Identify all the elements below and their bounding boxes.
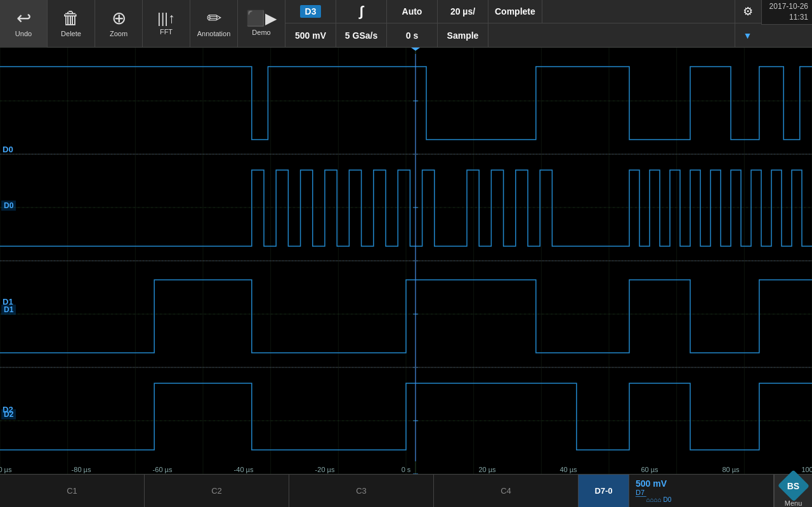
c1-label: C1 bbox=[67, 486, 77, 496]
samplerate: 5 GSa/s bbox=[345, 30, 377, 41]
trigger-down-icon: ▼ bbox=[743, 30, 752, 41]
undo-icon: ↩ bbox=[16, 10, 31, 27]
bs-logo: BS bbox=[777, 470, 809, 501]
delete-icon: 🗑 bbox=[62, 10, 80, 27]
c3-label: C3 bbox=[356, 486, 367, 496]
channel-d1-label: D1 bbox=[1, 305, 16, 315]
fft-label: FFT bbox=[160, 28, 173, 36]
trigger-mode: Auto bbox=[402, 6, 422, 16]
zoom-label: Zoom bbox=[110, 30, 128, 37]
datetime-display: 2017-10-26 11:31 bbox=[761, 0, 812, 25]
demo-button[interactable]: ⬛▶ Demo bbox=[238, 0, 285, 48]
toolbar: ↩ Undo 🗑 Delete ⊕ Zoom |||↑ FFT ✏ Annota… bbox=[0, 0, 812, 48]
annotation-icon: ✏ bbox=[207, 10, 221, 27]
d7-desc: D7 bbox=[636, 489, 767, 496]
fft-button[interactable]: |||↑ FFT bbox=[143, 0, 190, 48]
c4-tab[interactable]: C4 bbox=[434, 475, 579, 507]
c3-tab[interactable]: C3 bbox=[289, 475, 434, 507]
acq-mode-cell[interactable]: Sample bbox=[438, 23, 488, 48]
channel-d0-label: D0 bbox=[1, 201, 16, 211]
integral-cell[interactable]: ∫ bbox=[336, 0, 387, 23]
time: 11:31 bbox=[789, 13, 808, 22]
c2-tab[interactable]: C2 bbox=[145, 475, 289, 507]
delete-label: Delete bbox=[61, 30, 81, 37]
acq-status: Complete bbox=[495, 6, 535, 16]
status-cell: Complete bbox=[488, 0, 542, 23]
zoom-button[interactable]: ⊕ Zoom bbox=[95, 0, 143, 48]
trigger-arrow-button[interactable]: ▼ bbox=[735, 23, 760, 48]
d7-0-label: D7-0 bbox=[594, 486, 612, 496]
channel-badge-cell[interactable]: D3 bbox=[285, 0, 336, 23]
trigger-mode-cell[interactable]: Auto bbox=[387, 0, 438, 23]
integral-icon: ∫ bbox=[359, 3, 363, 20]
demo-icon: ⬛▶ bbox=[246, 11, 277, 26]
fft-icon: |||↑ bbox=[157, 11, 175, 25]
timebase: 20 µs/ bbox=[450, 6, 475, 16]
c1-tab[interactable]: C1 bbox=[0, 475, 145, 507]
d7-0-tab[interactable]: D7-0 bbox=[579, 475, 629, 507]
delete-button[interactable]: 🗑 Delete bbox=[48, 0, 95, 48]
demo-label: Demo bbox=[252, 29, 270, 36]
status-bar: C1 C2 C3 C4 D7-0 500 mV D7 ‾‾‾‾‾⌂⌂⌂⌂ D0 … bbox=[0, 474, 812, 507]
voltage-cell[interactable]: 500 mV bbox=[285, 23, 336, 48]
c2-label: C2 bbox=[211, 486, 222, 496]
voltage: 500 mV bbox=[295, 30, 326, 41]
gear-icon: ⚙ bbox=[743, 4, 753, 18]
voltage-info: 500 mV D7 ‾‾‾‾‾⌂⌂⌂⌂ D0 bbox=[629, 475, 774, 507]
acq-mode: Sample bbox=[447, 30, 479, 41]
menu-button[interactable]: BS Menu bbox=[774, 475, 812, 507]
d7-pattern: ‾‾‾‾‾⌂⌂⌂⌂ D0 bbox=[636, 496, 767, 503]
offset: 0 s bbox=[406, 30, 418, 41]
channel-d2-label: D2 bbox=[1, 409, 16, 419]
samplerate-cell[interactable]: 5 GSa/s bbox=[336, 23, 387, 48]
annotation-button[interactable]: ✏ Annotation bbox=[190, 0, 238, 48]
channel-controls: D3 ∫ Auto 20 µs/ Complete 500 mV 5 GSa/s bbox=[285, 0, 812, 48]
annotation-label: Annotation bbox=[197, 30, 231, 37]
waveform-display: D0 D1 D2 D3 bbox=[0, 48, 812, 474]
c4-label: C4 bbox=[501, 486, 511, 496]
date: 2017-10-26 bbox=[769, 2, 808, 11]
undo-label: Undo bbox=[15, 30, 32, 37]
offset-cell[interactable]: 0 s bbox=[387, 23, 438, 48]
undo-button[interactable]: ↩ Undo bbox=[0, 0, 48, 48]
voltage-value: 500 mV bbox=[636, 478, 767, 489]
timebase-cell[interactable]: 20 µs/ bbox=[438, 0, 488, 23]
zoom-icon: ⊕ bbox=[112, 10, 126, 27]
settings-button[interactable]: ⚙ bbox=[735, 0, 760, 23]
channel-badge: D3 bbox=[300, 5, 322, 18]
waveform-canvas bbox=[0, 48, 812, 474]
